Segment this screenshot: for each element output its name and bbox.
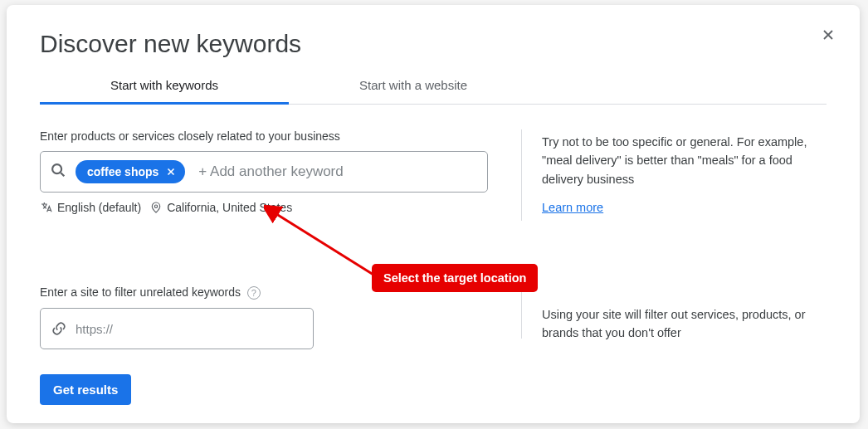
search-icon — [49, 161, 67, 183]
tip-text: Try not to be too specific or general. F… — [542, 133, 827, 188]
link-icon — [51, 320, 67, 337]
discover-keywords-panel: Discover new keywords Start with keyword… — [7, 5, 860, 423]
page-title: Discover new keywords — [40, 30, 827, 58]
close-icon — [165, 166, 177, 178]
get-results-button[interactable]: Get results — [40, 374, 131, 405]
filter-label: Enter a site to filter unrelated keyword… — [40, 285, 241, 299]
url-input-box[interactable] — [40, 308, 314, 349]
translate-icon — [40, 201, 53, 214]
close-button[interactable] — [813, 20, 843, 50]
location-text: California, United States — [167, 201, 292, 214]
svg-point-0 — [52, 164, 61, 173]
filter-tip-text: Using your site will filter out services… — [542, 305, 827, 343]
tab-start-keywords[interactable]: Start with keywords — [40, 68, 289, 105]
filter-row: Enter a site to filter unrelated keyword… — [40, 285, 827, 349]
filter-tip: Using your site will filter out services… — [521, 280, 827, 339]
help-icon[interactable]: ? — [247, 286, 261, 300]
location-icon — [149, 201, 163, 214]
url-input[interactable] — [76, 322, 303, 336]
filter-left: Enter a site to filter unrelated keyword… — [40, 285, 488, 349]
tab-bar: Start with keywords Start with a website — [40, 68, 827, 105]
language-text: English (default) — [57, 201, 141, 214]
keyword-left: Enter products or services closely relat… — [40, 129, 488, 221]
annotation-callout: Select the target location — [372, 264, 538, 292]
tab-start-website[interactable]: Start with a website — [289, 68, 538, 105]
keyword-input-box[interactable]: coffee shops — [40, 151, 488, 193]
svg-line-3 — [274, 212, 380, 279]
keyword-tip: Try not to be too specific or general. F… — [521, 129, 827, 221]
chip-remove-button[interactable] — [163, 164, 178, 179]
keyword-input[interactable] — [193, 163, 479, 180]
location-selector[interactable]: California, United States — [149, 201, 292, 214]
svg-point-1 — [155, 205, 158, 207]
keyword-row: Enter products or services closely relat… — [40, 129, 827, 221]
language-selector[interactable]: English (default) — [40, 201, 141, 214]
chip-text: coffee shops — [87, 165, 158, 178]
keyword-chip: coffee shops — [76, 160, 185, 183]
keyword-label: Enter products or services closely relat… — [40, 129, 488, 143]
learn-more-link[interactable]: Learn more — [542, 198, 603, 217]
meta-row: English (default) California, United Sta… — [40, 201, 488, 214]
close-icon — [820, 27, 836, 43]
